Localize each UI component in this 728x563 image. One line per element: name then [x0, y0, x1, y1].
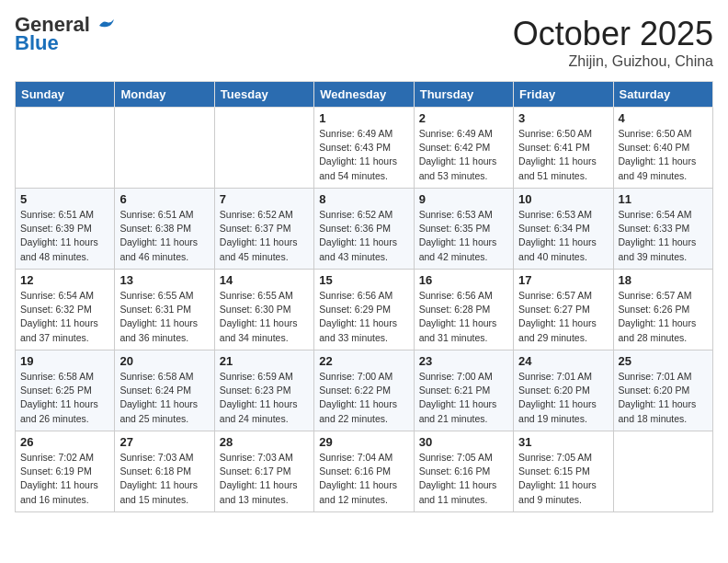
calendar-cell: 19Sunrise: 6:58 AM Sunset: 6:25 PM Dayli…	[16, 350, 115, 431]
calendar-cell: 18Sunrise: 6:57 AM Sunset: 6:26 PM Dayli…	[613, 270, 712, 350]
calendar-cell: 15Sunrise: 6:56 AM Sunset: 6:29 PM Dayli…	[314, 270, 414, 350]
title-block: October 2025 Zhijin, Guizhou, China	[513, 15, 713, 70]
week-row-2: 5Sunrise: 6:51 AM Sunset: 6:39 PM Daylig…	[16, 189, 713, 270]
calendar-cell: 22Sunrise: 7:00 AM Sunset: 6:22 PM Dayli…	[314, 350, 414, 431]
weekday-header-wednesday: Wednesday	[314, 82, 414, 108]
calendar-cell: 2Sunrise: 6:49 AM Sunset: 6:42 PM Daylig…	[414, 108, 513, 189]
calendar-cell	[16, 108, 115, 189]
weekday-header-friday: Friday	[514, 82, 613, 108]
day-info: Sunrise: 6:59 AM Sunset: 6:23 PM Dayligh…	[220, 370, 309, 426]
day-number: 28	[220, 435, 309, 449]
day-info: Sunrise: 6:56 AM Sunset: 6:29 PM Dayligh…	[319, 289, 408, 345]
day-number: 20	[119, 354, 209, 368]
day-number: 5	[20, 192, 109, 206]
day-number: 2	[419, 111, 508, 125]
weekday-header-tuesday: Tuesday	[214, 82, 313, 108]
day-number: 13	[119, 273, 209, 287]
calendar-cell: 7Sunrise: 6:52 AM Sunset: 6:37 PM Daylig…	[214, 189, 313, 270]
week-row-4: 19Sunrise: 6:58 AM Sunset: 6:25 PM Dayli…	[16, 350, 713, 431]
calendar-cell	[115, 108, 214, 189]
day-info: Sunrise: 6:53 AM Sunset: 6:35 PM Dayligh…	[419, 208, 508, 264]
day-number: 27	[119, 435, 209, 449]
calendar-cell: 26Sunrise: 7:02 AM Sunset: 6:19 PM Dayli…	[16, 431, 115, 512]
day-info: Sunrise: 6:57 AM Sunset: 6:26 PM Dayligh…	[619, 289, 708, 345]
day-info: Sunrise: 6:51 AM Sunset: 6:39 PM Dayligh…	[20, 208, 109, 264]
calendar-cell: 21Sunrise: 6:59 AM Sunset: 6:23 PM Dayli…	[214, 350, 313, 431]
calendar-cell: 17Sunrise: 6:57 AM Sunset: 6:27 PM Dayli…	[514, 270, 613, 350]
day-number: 31	[518, 435, 608, 449]
day-info: Sunrise: 6:50 AM Sunset: 6:41 PM Dayligh…	[518, 127, 608, 183]
day-number: 12	[20, 273, 109, 287]
calendar-cell: 5Sunrise: 6:51 AM Sunset: 6:39 PM Daylig…	[16, 189, 115, 270]
calendar-cell: 23Sunrise: 7:00 AM Sunset: 6:21 PM Dayli…	[414, 350, 513, 431]
day-number: 29	[319, 435, 408, 449]
day-number: 6	[119, 192, 209, 206]
day-info: Sunrise: 6:54 AM Sunset: 6:33 PM Dayligh…	[619, 208, 708, 264]
calendar-cell	[613, 431, 712, 512]
calendar-cell: 29Sunrise: 7:04 AM Sunset: 6:16 PM Dayli…	[314, 431, 414, 512]
day-info: Sunrise: 6:56 AM Sunset: 6:28 PM Dayligh…	[419, 289, 508, 345]
calendar-cell: 4Sunrise: 6:50 AM Sunset: 6:40 PM Daylig…	[613, 108, 712, 189]
weekday-header-saturday: Saturday	[613, 82, 712, 108]
day-number: 15	[319, 273, 408, 287]
day-number: 16	[419, 273, 508, 287]
logo-blue: Blue	[15, 31, 59, 55]
day-number: 18	[619, 273, 708, 287]
day-info: Sunrise: 6:55 AM Sunset: 6:31 PM Dayligh…	[119, 289, 209, 345]
day-number: 23	[419, 354, 508, 368]
day-info: Sunrise: 6:57 AM Sunset: 6:27 PM Dayligh…	[518, 289, 608, 345]
calendar-cell: 13Sunrise: 6:55 AM Sunset: 6:31 PM Dayli…	[115, 270, 214, 350]
calendar-cell: 6Sunrise: 6:51 AM Sunset: 6:38 PM Daylig…	[115, 189, 214, 270]
day-number: 11	[619, 192, 708, 206]
month-title: October 2025	[513, 15, 713, 53]
day-number: 30	[419, 435, 508, 449]
weekday-header-row: SundayMondayTuesdayWednesdayThursdayFrid…	[16, 82, 713, 108]
day-info: Sunrise: 7:03 AM Sunset: 6:17 PM Dayligh…	[220, 451, 309, 507]
day-info: Sunrise: 6:51 AM Sunset: 6:38 PM Dayligh…	[119, 208, 209, 264]
weekday-header-thursday: Thursday	[414, 82, 513, 108]
calendar-cell: 1Sunrise: 6:49 AM Sunset: 6:43 PM Daylig…	[314, 108, 414, 189]
day-info: Sunrise: 7:00 AM Sunset: 6:21 PM Dayligh…	[419, 370, 508, 426]
calendar-cell: 9Sunrise: 6:53 AM Sunset: 6:35 PM Daylig…	[414, 189, 513, 270]
day-number: 24	[518, 354, 608, 368]
day-info: Sunrise: 6:49 AM Sunset: 6:43 PM Dayligh…	[319, 127, 408, 183]
day-info: Sunrise: 6:58 AM Sunset: 6:24 PM Dayligh…	[119, 370, 209, 426]
day-number: 19	[20, 354, 109, 368]
day-number: 25	[619, 354, 708, 368]
week-row-3: 12Sunrise: 6:54 AM Sunset: 6:32 PM Dayli…	[16, 270, 713, 350]
day-number: 10	[518, 192, 608, 206]
day-info: Sunrise: 7:05 AM Sunset: 6:15 PM Dayligh…	[518, 451, 608, 507]
day-number: 17	[518, 273, 608, 287]
calendar-cell: 24Sunrise: 7:01 AM Sunset: 6:20 PM Dayli…	[514, 350, 613, 431]
week-row-5: 26Sunrise: 7:02 AM Sunset: 6:19 PM Dayli…	[16, 431, 713, 512]
day-number: 3	[518, 111, 608, 125]
day-info: Sunrise: 6:52 AM Sunset: 6:36 PM Dayligh…	[319, 208, 408, 264]
day-info: Sunrise: 6:53 AM Sunset: 6:34 PM Dayligh…	[518, 208, 608, 264]
day-number: 22	[319, 354, 408, 368]
day-info: Sunrise: 7:04 AM Sunset: 6:16 PM Dayligh…	[319, 451, 408, 507]
day-info: Sunrise: 7:01 AM Sunset: 6:20 PM Dayligh…	[518, 370, 608, 426]
calendar-cell: 25Sunrise: 7:01 AM Sunset: 6:20 PM Dayli…	[613, 350, 712, 431]
day-number: 7	[220, 192, 309, 206]
weekday-header-sunday: Sunday	[16, 82, 115, 108]
logo-bird-icon	[97, 18, 116, 33]
day-info: Sunrise: 7:03 AM Sunset: 6:18 PM Dayligh…	[119, 451, 209, 507]
day-number: 9	[419, 192, 508, 206]
day-number: 8	[319, 192, 408, 206]
calendar-cell: 11Sunrise: 6:54 AM Sunset: 6:33 PM Dayli…	[613, 189, 712, 270]
day-info: Sunrise: 6:50 AM Sunset: 6:40 PM Dayligh…	[619, 127, 708, 183]
day-info: Sunrise: 7:01 AM Sunset: 6:20 PM Dayligh…	[619, 370, 708, 426]
day-number: 26	[20, 435, 109, 449]
logo: General Blue	[15, 15, 116, 55]
day-info: Sunrise: 6:54 AM Sunset: 6:32 PM Dayligh…	[20, 289, 109, 345]
calendar-cell: 8Sunrise: 6:52 AM Sunset: 6:36 PM Daylig…	[314, 189, 414, 270]
day-number: 1	[319, 111, 408, 125]
calendar-cell: 27Sunrise: 7:03 AM Sunset: 6:18 PM Dayli…	[115, 431, 214, 512]
day-info: Sunrise: 7:05 AM Sunset: 6:16 PM Dayligh…	[419, 451, 508, 507]
calendar-cell: 28Sunrise: 7:03 AM Sunset: 6:17 PM Dayli…	[214, 431, 313, 512]
day-info: Sunrise: 6:58 AM Sunset: 6:25 PM Dayligh…	[20, 370, 109, 426]
calendar-cell: 31Sunrise: 7:05 AM Sunset: 6:15 PM Dayli…	[514, 431, 613, 512]
calendar-cell: 10Sunrise: 6:53 AM Sunset: 6:34 PM Dayli…	[514, 189, 613, 270]
calendar-cell: 16Sunrise: 6:56 AM Sunset: 6:28 PM Dayli…	[414, 270, 513, 350]
week-row-1: 1Sunrise: 6:49 AM Sunset: 6:43 PM Daylig…	[16, 108, 713, 189]
